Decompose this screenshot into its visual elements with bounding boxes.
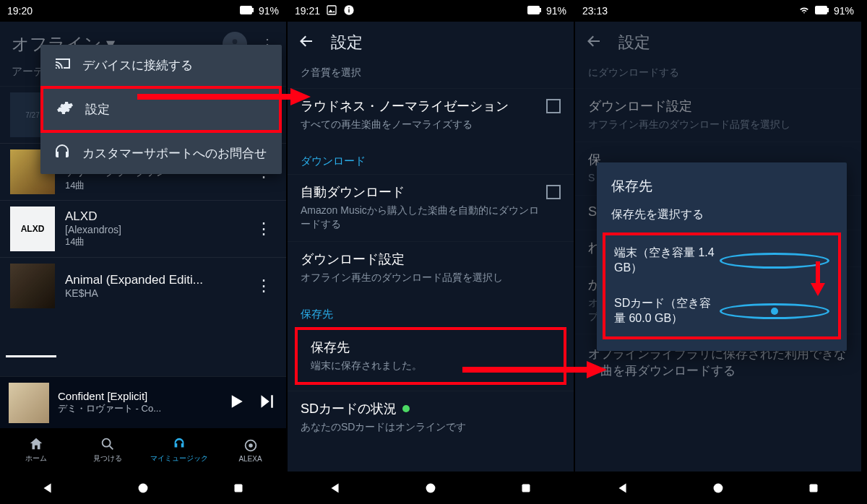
page-title: 設定 <box>331 32 363 53</box>
album-title: ALXD <box>65 209 241 224</box>
battery-icon <box>527 5 542 17</box>
status-bar: 19:20 91% <box>0 0 286 22</box>
svg-rect-3 <box>240 6 252 14</box>
svg-rect-20 <box>827 8 829 12</box>
status-bar: 19:21 91% <box>288 0 574 22</box>
back-icon[interactable] <box>585 32 603 53</box>
svg-rect-19 <box>815 6 827 14</box>
svg-rect-13 <box>348 9 349 12</box>
next-button[interactable] <box>256 391 277 415</box>
more-icon[interactable]: ⋮ <box>251 220 276 238</box>
back-button[interactable] <box>325 478 345 498</box>
dialog-subtitle: 保存先を選択する <box>597 203 847 233</box>
svg-point-8 <box>249 443 253 448</box>
radio-icon[interactable] <box>720 253 829 269</box>
image-icon <box>326 4 337 18</box>
nav-mymusic[interactable]: マイミュージック <box>143 428 215 472</box>
info-icon <box>343 4 355 18</box>
album-count: 14曲 <box>65 235 241 248</box>
nowplay-art <box>9 383 49 423</box>
checkbox[interactable] <box>546 185 561 199</box>
status-bar: 23:13 91% <box>575 0 861 22</box>
status-time: 23:13 <box>582 5 608 17</box>
bottom-nav: ホーム 見つける マイミュージック ALEXA <box>0 428 286 472</box>
back-icon[interactable] <box>298 32 315 53</box>
svg-rect-22 <box>810 484 818 492</box>
svg-rect-4 <box>252 8 254 12</box>
page-header: 設定 <box>288 22 574 64</box>
menu-item-settings[interactable]: 設定 <box>40 86 282 133</box>
now-playing-bar[interactable]: Confident [Explicit] デミ・ロヴァート - Co... <box>0 376 286 428</box>
page-header: 設定 <box>575 22 861 64</box>
svg-rect-11 <box>327 6 336 14</box>
album-art <box>10 264 55 308</box>
status-dot-icon <box>402 405 410 412</box>
nowplay-artist: デミ・ロヴァート - Co... <box>58 402 217 415</box>
setting-desc-cut: にダウンロードする <box>575 64 861 88</box>
svg-point-5 <box>233 39 238 44</box>
recents-button[interactable] <box>228 478 249 498</box>
headset-icon <box>53 143 71 164</box>
storage-option-device[interactable]: 端末（空き容量 1.4 GB） <box>605 235 838 286</box>
svg-point-17 <box>426 483 436 492</box>
svg-point-21 <box>714 483 723 492</box>
checkbox[interactable] <box>546 99 561 113</box>
setting-desc-cut: ク音質を選択 <box>288 64 574 88</box>
dialog-title: 保存先 <box>597 175 847 203</box>
setting-loudness[interactable]: ラウドネス・ノーマライゼーション すべての再生楽曲をノーマライズする <box>288 88 574 142</box>
svg-rect-15 <box>527 6 540 14</box>
menu-item-support[interactable]: カスタマーサポートへのお問合せ <box>40 133 282 174</box>
svg-rect-16 <box>540 8 541 12</box>
recents-button[interactable] <box>803 478 824 498</box>
setting-download-quality[interactable]: ダウンロード設定 オフライン再生のダウンロード品質を選択し <box>575 88 861 142</box>
battery-pct: 91% <box>259 5 279 17</box>
wifi-icon <box>798 5 811 17</box>
back-button[interactable] <box>38 478 58 498</box>
album-row[interactable]: ALXD ALXD [Alexandros] 14曲 ⋮ <box>0 200 286 257</box>
svg-rect-18 <box>522 484 530 492</box>
setting-download-quality[interactable]: ダウンロード設定 オフライン再生のダウンロード品質を選択し <box>288 241 574 295</box>
section-storage: 保存先 <box>288 295 574 327</box>
home-button[interactable] <box>420 478 441 498</box>
storage-dialog: 保存先 保存先を選択する 端末（空き容量 1.4 GB） SDカード（空き容量 … <box>597 162 847 351</box>
nav-find[interactable]: 見つける <box>72 428 143 472</box>
back-button[interactable] <box>613 478 633 498</box>
nav-home[interactable]: ホーム <box>0 428 72 472</box>
system-nav <box>288 472 574 504</box>
gear-icon <box>56 99 74 120</box>
svg-rect-14 <box>348 7 349 8</box>
setting-storage-location[interactable]: 保存先 端末に保存されました。 <box>295 327 566 386</box>
overflow-menu: デバイスに接続する 設定 カスタマーサポートへのお問合せ <box>40 45 282 174</box>
status-time: 19:20 <box>7 5 33 17</box>
setting-autodownload[interactable]: 自動ダウンロード Amazon Musicから購入した楽曲を自動的にダウンロード… <box>288 174 574 241</box>
section-download: ダウンロード <box>288 142 574 174</box>
album-count: 14曲 <box>65 179 241 192</box>
cast-icon <box>53 55 71 76</box>
setting-sd-status[interactable]: SDカードの状況 あなたのSDカードはオンラインです <box>288 391 574 444</box>
progress-bar <box>6 355 56 357</box>
home-button[interactable] <box>708 478 728 498</box>
nav-alexa[interactable]: ALEXA <box>215 428 286 472</box>
nowplay-title: Confident [Explicit] <box>58 390 217 402</box>
album-title: Animal (Expanded Editi... <box>65 273 241 287</box>
status-time: 19:21 <box>295 5 320 17</box>
menu-item-cast[interactable]: デバイスに接続する <box>40 45 282 86</box>
radio-icon[interactable] <box>720 303 829 319</box>
album-row[interactable]: Animal (Expanded Editi... KE$HA ⋮ <box>0 257 286 314</box>
svg-point-6 <box>102 439 110 447</box>
page-title: 設定 <box>618 32 650 53</box>
play-button[interactable] <box>225 391 247 415</box>
system-nav <box>0 472 286 504</box>
recents-button[interactable] <box>516 478 536 498</box>
home-button[interactable] <box>133 478 153 498</box>
album-artist: [Alexandros] <box>65 224 241 235</box>
album-artist: KE$HA <box>65 287 241 299</box>
battery-pct: 91% <box>546 5 566 17</box>
svg-rect-10 <box>235 484 243 492</box>
battery-pct: 91% <box>834 5 854 17</box>
storage-option-sd[interactable]: SDカード（空き容量 60.0 GB） <box>605 286 838 336</box>
battery-icon <box>815 5 829 17</box>
system-nav <box>575 472 861 504</box>
more-icon[interactable]: ⋮ <box>251 277 276 295</box>
svg-point-9 <box>139 483 148 492</box>
